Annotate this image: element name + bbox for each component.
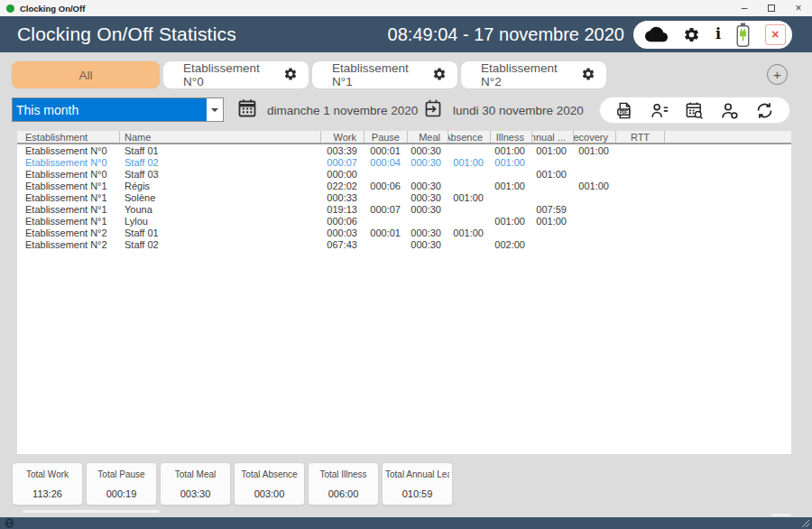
total-card-label: Total Pause (89, 469, 153, 479)
add-establishment-button[interactable]: + (767, 64, 788, 85)
end-date-calendar-icon[interactable] (422, 97, 444, 123)
table-row[interactable]: Etablissement N°0 Staff 02 000:07 000:04… (17, 156, 791, 168)
total-card-value: 000:19 (89, 488, 153, 499)
settings-icon[interactable] (683, 26, 700, 43)
cell-meal: 000:30 (408, 204, 448, 215)
tab-settings-gear-icon[interactable] (432, 67, 447, 84)
total-card-label: Total Meal (163, 469, 227, 479)
cell-pause: 000:01 (364, 227, 408, 238)
cell-name: Solène (120, 192, 321, 203)
column-header-name[interactable]: Name (120, 131, 321, 143)
cell-annual: 007:59 (532, 204, 574, 215)
cell-meal: 000:30 (408, 157, 448, 168)
cell-work: 000:06 (321, 216, 364, 227)
cell-work: 067:43 (321, 239, 364, 250)
cell-work: 000:07 (321, 157, 364, 168)
cell-establishment: Etablissement N°0 (17, 157, 120, 168)
table-row[interactable]: Etablissement N°0 Staff 03 000:00 001:00 (17, 168, 791, 180)
staff-list-icon[interactable] (649, 99, 670, 121)
maximize-button[interactable] (758, 0, 785, 16)
horizontal-scrollbar-thumb[interactable] (23, 510, 160, 513)
window-title: Clocking On/Off (20, 4, 85, 14)
table-row[interactable]: Etablissement N°1 Youna 019:13 000:07 00… (17, 203, 791, 215)
cell-illness: 001:00 (491, 145, 532, 156)
cell-name: Lylou (120, 216, 321, 227)
table-row[interactable]: Etablissement N°1 Lylou 000:06 001:00 00… (17, 215, 791, 227)
table-row[interactable]: Etablissement N°2 Staff 01 000:03 000:01… (17, 227, 791, 238)
column-header-meal[interactable]: Meal (408, 131, 448, 143)
column-header-recovery[interactable]: Recovery (574, 131, 616, 143)
cell-name: Staff 02 (120, 157, 321, 168)
cell-absence: 001:00 (448, 192, 491, 203)
close-window-button[interactable]: × (785, 0, 812, 16)
globe-icon[interactable] (5, 518, 14, 528)
cell-name: Staff 03 (120, 169, 321, 180)
total-card-value: 010:59 (385, 488, 449, 499)
actions-toolbar: PDF (599, 97, 790, 124)
staff-add-icon[interactable] (719, 99, 741, 121)
cell-pause: 000:01 (364, 145, 408, 156)
total-card: Total Pause 000:19 (86, 462, 157, 506)
tab-all[interactable]: All (12, 61, 160, 88)
column-header-pause[interactable]: Pause (364, 131, 408, 143)
cell-illness: 002:00 (491, 239, 532, 250)
exit-app-button[interactable]: × (765, 24, 786, 45)
tab-label: Etablissement N°2 (481, 61, 572, 88)
column-header-rtt[interactable]: RTT (616, 131, 665, 143)
column-header-filler (665, 131, 791, 143)
column-header-absence[interactable]: Absence (448, 131, 491, 143)
column-header-work[interactable]: Work (321, 131, 364, 143)
app-icon (6, 5, 14, 13)
cloud-icon[interactable] (645, 26, 668, 42)
cell-establishment: Etablissement N°1 (17, 192, 120, 203)
cell-work: 000:00 (321, 169, 364, 180)
total-card-value: 003:00 (237, 488, 301, 499)
chevron-down-icon (211, 108, 218, 112)
column-header-establishment[interactable]: Establishment (17, 131, 120, 143)
tab-etablissement-n-2[interactable]: Etablissement N°2 (461, 61, 606, 88)
filter-bar: This month dimanche 1 novembre 2020 lund… (0, 97, 812, 124)
cell-name: Staff 01 (120, 145, 321, 156)
calendar-report-icon[interactable] (684, 99, 706, 121)
cell-meal: 000:30 (408, 181, 448, 191)
window-controls: – × (731, 0, 812, 16)
svg-text:PDF: PDF (620, 109, 628, 114)
table-row[interactable]: Etablissement N°1 Régis 022:02 000:06 00… (17, 180, 791, 191)
period-dropdown-button[interactable] (207, 98, 223, 121)
tab-settings-gear-icon[interactable] (581, 67, 595, 84)
table-header-row: Establishment Name Work Pause Meal Absen… (17, 131, 791, 144)
header-right: 08:49:04 - 17 novembre 2020 i (388, 21, 812, 49)
start-date-calendar-icon[interactable] (236, 97, 258, 123)
cell-name: Régis (120, 181, 321, 191)
resize-grip[interactable] (801, 519, 810, 528)
table-row[interactable]: Etablissement N°1 Solène 000:33 000:30 0… (17, 191, 791, 203)
column-header-illness[interactable]: Illness (491, 131, 532, 143)
cell-meal: 000:30 (408, 145, 448, 156)
cell-establishment: Etablissement N°2 (17, 227, 120, 238)
tab-label: Etablissement N°1 (332, 61, 423, 88)
refresh-icon[interactable] (754, 99, 776, 121)
tab-settings-gear-icon[interactable] (283, 67, 298, 84)
export-pdf-icon[interactable]: PDF (614, 99, 635, 121)
tab-etablissement-n-1[interactable]: Etablissement N°1 (312, 61, 457, 88)
cell-pause: 000:06 (364, 181, 408, 191)
start-date-group: dimanche 1 novembre 2020 (236, 97, 418, 124)
cell-name: Youna (120, 204, 321, 215)
total-card-label: Total Illness (311, 469, 375, 479)
table-body: Etablissement N°0 Staff 01 003:39 000:01… (17, 144, 791, 250)
table-row[interactable]: Etablissement N°2 Staff 02 067:43 000:30… (17, 238, 791, 250)
info-icon[interactable]: i (715, 27, 721, 42)
os-titlebar: Clocking On/Off – × (0, 0, 812, 16)
tab-etablissement-n-0[interactable]: Etablissement N°0 (163, 61, 309, 88)
table-row[interactable]: Etablissement N°0 Staff 01 003:39 000:01… (17, 144, 791, 156)
app-header: Clocking On/Off Statistics 08:49:04 - 17… (0, 16, 812, 52)
cell-illness: 001:00 (491, 181, 532, 191)
clock-datetime: 08:49:04 - 17 novembre 2020 (388, 24, 624, 45)
column-header-annual[interactable]: Annual ... (532, 131, 574, 143)
period-select[interactable]: This month (12, 97, 224, 122)
cell-work: 022:02 (321, 181, 364, 191)
cell-pause: 000:07 (364, 204, 408, 215)
total-card-label: Total Annual Leave (385, 469, 449, 479)
minimize-button[interactable]: – (731, 0, 758, 16)
cell-establishment: Etablissement N°1 (17, 181, 120, 191)
